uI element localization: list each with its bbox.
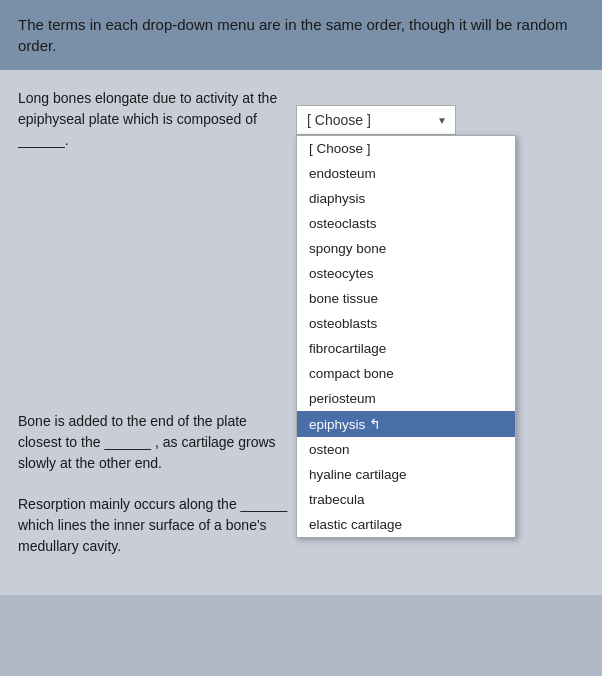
question-1-dropdown[interactable]: [ Choose ] [296, 105, 456, 135]
dropdown-item-osteoblasts[interactable]: osteoblasts [297, 311, 515, 336]
blank-5: ______ [241, 496, 288, 512]
dropdown-item-diaphysis[interactable]: diaphysis [297, 186, 515, 211]
dropdown-item-bone-tissue[interactable]: bone tissue [297, 286, 515, 311]
question-2-text: Bone is added to the end of the plate cl… [18, 411, 288, 474]
question-1-text: Long bones elongate due to activity at t… [18, 88, 288, 151]
question-5-text: Resorption mainly occurs along the _____… [18, 494, 288, 557]
blank-2: ______ [104, 434, 151, 450]
dropdown-item-elastic-cartilage[interactable]: elastic cartilage [297, 512, 515, 537]
main-content: Long bones elongate due to activity at t… [0, 70, 602, 595]
header-bar: The terms in each drop-down menu are in … [0, 0, 602, 70]
question-1-dropdown-container: [ Choose ] [ Choose ] endosteum diaphysi… [296, 105, 456, 135]
blank-1: ______ [18, 132, 65, 148]
dropdown-item-endosteum[interactable]: endosteum [297, 161, 515, 186]
dropdown-item-fibrocartilage[interactable]: fibrocartilage [297, 336, 515, 361]
dropdown-item-compact-bone[interactable]: compact bone [297, 361, 515, 386]
header-text: The terms in each drop-down menu are in … [18, 16, 567, 54]
dropdown-item-spongy-bone[interactable]: spongy bone [297, 236, 515, 261]
dropdown-item-epiphysis[interactable]: epiphysis ↰ [297, 411, 515, 437]
dropdown-item-choose[interactable]: [ Choose ] [297, 136, 515, 161]
dropdown-item-trabecula[interactable]: trabecula [297, 487, 515, 512]
dropdown-item-hyaline-cartilage[interactable]: hyaline cartilage [297, 462, 515, 487]
dropdown-open-list: [ Choose ] endosteum diaphysis osteoclas… [296, 135, 516, 538]
dropdown-item-osteon[interactable]: osteon [297, 437, 515, 462]
dropdown-item-osteoclasts[interactable]: osteoclasts [297, 211, 515, 236]
dropdown-item-osteocytes[interactable]: osteocytes [297, 261, 515, 286]
question-1: Long bones elongate due to activity at t… [18, 88, 584, 151]
dropdown-item-periosteum[interactable]: periosteum [297, 386, 515, 411]
